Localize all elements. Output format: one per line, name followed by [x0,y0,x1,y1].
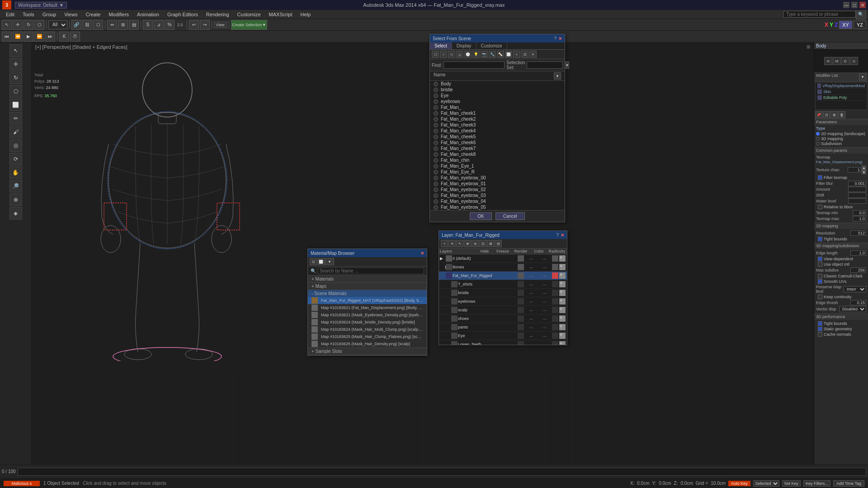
cache-normals-cb[interactable] [818,332,822,337]
key-mode-btn[interactable]: K [59,32,69,42]
selection-set-dropdown[interactable]: ▼ [565,61,569,69]
axis-yz-btn[interactable]: YZ [854,21,866,29]
layer-remove-sel-btn[interactable]: ⊖ [472,240,479,247]
smooth-uvs-cb[interactable]: ✓ [818,279,822,284]
scene-item-eyebrow03[interactable]: Fat_Man_eyebrow_03 [430,192,565,198]
radio-cheek5[interactable] [434,135,438,139]
layer-collapse-btn[interactable]: ⊟ [495,240,502,247]
scene-item-cheek4[interactable]: Fat_Man_cheek4 [430,128,565,134]
scene-item-eyebrow05[interactable]: Fat_Man_eyebrow_05 [430,204,565,210]
select-region-icon[interactable]: ⬜ [9,99,22,111]
radio-eye[interactable] [434,94,438,98]
scene-item-cheek6[interactable]: Fat_Man_cheek6 [430,140,565,145]
add-time-tag-btn[interactable]: Add Time Tag [833,480,864,487]
scale-icon[interactable]: ⬡ [9,85,22,98]
mat-item-3[interactable]: Map #10183621 (Mask_Eyebrows_Density.png… [308,311,427,319]
layer-item-eyebrows[interactable]: eyebrows — — ☀ [439,297,567,306]
search-icon[interactable]: 🔍 [856,9,866,19]
workspace-selector[interactable]: Workspace: Default ▼ [15,2,67,9]
mat-maps-header[interactable]: + Maps [308,283,427,290]
scene-item-body[interactable]: Body [430,81,565,87]
toolbar-scale-btn[interactable]: ⬡ [34,20,44,30]
toolbar-rotate-btn[interactable]: ↻ [24,20,33,30]
play-back-btn[interactable]: ⏮ [2,32,12,42]
zoom-region-icon[interactable]: ⊕ [9,193,22,206]
maximize-button[interactable]: □ [851,2,858,8]
layer-add-sel-btn[interactable]: ⊕ [464,240,471,247]
hierarchy-btn[interactable]: H [824,57,832,65]
scene-tb-invert[interactable]: ⊡ [521,51,528,58]
keep-continuity-cb[interactable] [818,295,822,299]
focus-icon[interactable]: ◎ [9,139,22,152]
percent-snap[interactable]: % [165,20,175,30]
scene-tb-list[interactable]: ≡ [529,51,537,58]
layer-new-btn[interactable]: + [441,240,448,247]
key-filters-btn[interactable]: Key Filters... [803,480,830,487]
display-btn[interactable]: D [841,57,849,65]
radio-cheek8[interactable] [434,152,438,157]
mat-tb-2[interactable]: ⬜ [317,258,325,265]
freehand-icon[interactable]: ✏ [9,112,22,125]
layer-item-bristle[interactable]: bristle — — ☀ [439,289,567,297]
pin-stack-btn[interactable]: 📌 [815,111,822,118]
texture-chan-input[interactable] [848,167,861,173]
move-icon[interactable]: ✛ [9,58,22,70]
select-scene-close[interactable]: ✕ [558,36,562,41]
scene-tb-none[interactable]: ▪ [513,51,520,58]
texmap-min-input[interactable] [853,210,866,216]
tex-chan-down[interactable]: ▼ [862,170,866,174]
scene-tb-4[interactable]: △ [456,51,463,58]
close-button[interactable]: ✕ [859,2,866,8]
radio-eb05[interactable] [434,205,438,210]
scene-tb-9[interactable]: 🦴 [497,51,504,58]
radio-subdiv[interactable] [816,142,820,145]
mat-samples-header[interactable]: + Sample Slots [308,348,427,355]
mat-item-2[interactable]: Map #10183621 (Fat_Man_Displacement.png)… [308,304,427,311]
scene-item-fatman[interactable]: Fat_Man_ [430,104,565,110]
toolbar-move-btn[interactable]: ✛ [13,20,23,30]
scene-sort-btn[interactable]: ▼ [554,72,561,80]
radio-cheek7[interactable] [434,146,438,151]
motion-btn[interactable]: M [833,57,841,65]
snap-toggle[interactable]: S [143,20,153,30]
radio-eye1[interactable] [434,164,438,169]
modifier-vray[interactable]: VRayDisplacementMod [816,83,867,89]
mat-item-4[interactable]: Map #10183624 (Mask_bristle_Density.png)… [308,319,427,326]
filter-dropdown[interactable]: All [48,20,67,29]
menu-tools[interactable]: Tools [19,11,38,18]
find-input[interactable] [443,61,505,69]
minimize-button[interactable]: — [843,2,849,8]
scene-item-chin[interactable]: Fat_Man_chin [430,157,565,163]
use-object-mtl-cb[interactable] [818,262,822,267]
mat-item-7[interactable]: Map #10183625 (Mask_Hair_Density.png) [s… [308,340,427,347]
preserve-map-dropdown[interactable]: Interr [844,286,866,292]
radio-cheek1[interactable] [434,111,438,116]
next-frame-btn[interactable]: ⏩ [34,32,44,42]
edge-thresh-input[interactable] [850,300,866,305]
make-unique-btn[interactable]: ⊞ [830,111,838,118]
play-btn[interactable]: ▶ [24,32,33,42]
layer-fatman-color[interactable] [552,272,558,279]
water-level-input[interactable]: 0.00 [848,198,866,204]
layer-delete-btn[interactable]: ✕ [448,240,456,247]
scene-tab-customize[interactable]: Customize [476,42,507,49]
radio-chin[interactable] [434,158,438,163]
modifier-skin[interactable]: Skin [816,89,867,95]
layer-help[interactable]: ? [556,233,559,238]
scene-item-bristle[interactable]: bristle [430,87,565,93]
tight-bounds2-cb[interactable]: ✓ [818,321,822,326]
radio-cheek2[interactable] [434,117,438,122]
menu-animation[interactable]: Animation [133,11,163,18]
scene-item-eyer[interactable]: Fat_Man_Eye_R [430,169,565,175]
modifier-list-dropdown[interactable]: ▼ [859,73,866,80]
radio-eyebrows[interactable] [434,99,438,104]
menu-group[interactable]: Group [39,11,60,18]
scene-item-eyebrow01[interactable]: Fat_Man_eyebrow_01 [430,181,565,187]
radio-eb04[interactable] [434,199,438,204]
menu-create[interactable]: Create [82,11,104,18]
modifier-editable-poly[interactable]: Editable Poly [816,95,867,101]
scene-tb-3[interactable]: ◇ [448,51,455,58]
layer-item-fatman[interactable]: ▼ Fat_Man_Fur_Rigged — — ☀ [439,272,567,280]
undo-btn[interactable]: ↩ [189,20,199,30]
paint-icon[interactable]: 🖌 [9,126,22,138]
